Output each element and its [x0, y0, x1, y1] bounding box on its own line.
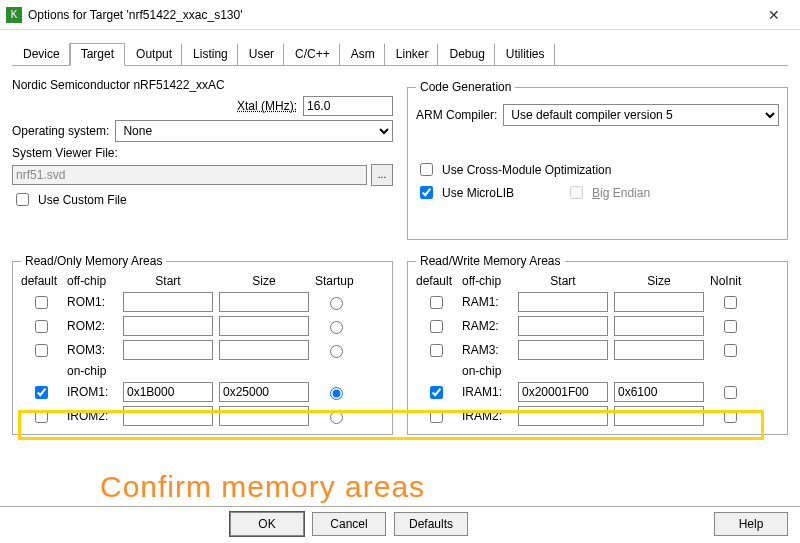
xtal-input[interactable] — [303, 96, 393, 116]
ram2-def[interactable] — [430, 320, 443, 333]
ram-hdr-noinit: NoInit — [710, 274, 750, 288]
help-button[interactable]: Help — [714, 512, 788, 536]
ram2-noinit[interactable] — [724, 320, 737, 333]
ram3-noinit[interactable] — [724, 344, 737, 357]
big-endian-label: BBig Endianig Endian — [592, 186, 650, 200]
microlib-label: Use MicroLIB — [442, 186, 514, 200]
irom2-startup[interactable] — [330, 411, 343, 424]
irom1-size[interactable] — [219, 382, 309, 402]
rom-legend: Read/Only Memory Areas — [21, 254, 166, 268]
button-bar: OK Cancel Defaults Help — [0, 506, 800, 540]
iram2-noinit[interactable] — [724, 410, 737, 423]
irom2-start[interactable] — [123, 406, 213, 426]
tab-cpp[interactable]: C/C++ — [284, 43, 340, 66]
iram2-size[interactable] — [614, 406, 704, 426]
annotation-text: Confirm memory areas — [100, 470, 425, 504]
close-icon[interactable]: ✕ — [754, 1, 794, 29]
os-combo[interactable]: None — [115, 120, 393, 142]
rom1-def[interactable] — [35, 296, 48, 309]
cross-module-check[interactable] — [420, 163, 433, 176]
ram3-size[interactable] — [614, 340, 704, 360]
arm-compiler-label: ARM Compiler: — [416, 108, 497, 122]
cancel-button[interactable]: Cancel — [312, 512, 386, 536]
iram1-def[interactable] — [430, 386, 443, 399]
rom3-startup[interactable] — [330, 345, 343, 358]
tab-bar: Device Target Output Listing User C/C++ … — [12, 42, 788, 66]
iram1-name: IRAM1: — [462, 385, 512, 399]
rom1-name: ROM1: — [67, 295, 117, 309]
irom2-name: IROM2: — [67, 409, 117, 423]
ram-hdr-offchip: off-chip — [462, 274, 512, 288]
rom3-start[interactable] — [123, 340, 213, 360]
rom-hdr-offchip: off-chip — [67, 274, 117, 288]
iram2-name: IRAM2: — [462, 409, 512, 423]
irom2-size[interactable] — [219, 406, 309, 426]
titlebar: K Options for Target 'nrf51422_xxac_s130… — [0, 0, 800, 30]
ram1-size[interactable] — [614, 292, 704, 312]
svf-input — [12, 165, 367, 185]
rom2-startup[interactable] — [330, 321, 343, 334]
rom1-size[interactable] — [219, 292, 309, 312]
tab-output[interactable]: Output — [125, 43, 182, 66]
ram1-noinit[interactable] — [724, 296, 737, 309]
big-endian-check — [570, 186, 583, 199]
code-gen-legend: Code Generation — [416, 80, 515, 94]
xtal-label: Xtal (MHz): — [237, 99, 297, 113]
iram1-start[interactable] — [518, 382, 608, 402]
microlib-check[interactable] — [420, 186, 433, 199]
ram1-name: RAM1: — [462, 295, 512, 309]
tab-linker[interactable]: Linker — [385, 43, 439, 66]
rom-hdr-start: Start — [123, 274, 213, 288]
rom1-startup[interactable] — [330, 297, 343, 310]
rom-group: Read/Only Memory Areas default off-chip … — [12, 254, 393, 435]
irom2-def[interactable] — [35, 410, 48, 423]
ram1-start[interactable] — [518, 292, 608, 312]
app-icon: K — [6, 7, 22, 23]
ram3-start[interactable] — [518, 340, 608, 360]
rom3-def[interactable] — [35, 344, 48, 357]
rom-hdr-default: default — [21, 274, 61, 288]
irom1-name: IROM1: — [67, 385, 117, 399]
arm-compiler-combo[interactable]: Use default compiler version 5 — [503, 104, 779, 126]
tab-user[interactable]: User — [238, 43, 284, 66]
ok-button[interactable]: OK — [230, 512, 304, 536]
ram1-def[interactable] — [430, 296, 443, 309]
tab-asm[interactable]: Asm — [340, 43, 385, 66]
svf-browse-button[interactable]: ... — [371, 164, 393, 186]
tab-listing[interactable]: Listing — [182, 43, 238, 66]
rom3-name: ROM3: — [67, 343, 117, 357]
tab-utilities[interactable]: Utilities — [495, 43, 555, 66]
ram2-size[interactable] — [614, 316, 704, 336]
iram2-def[interactable] — [430, 410, 443, 423]
tab-device[interactable]: Device — [12, 43, 70, 66]
iram1-size[interactable] — [614, 382, 704, 402]
rom2-name: ROM2: — [67, 319, 117, 333]
tab-debug[interactable]: Debug — [438, 43, 494, 66]
defaults-button[interactable]: Defaults — [394, 512, 468, 536]
tab-target[interactable]: Target — [70, 43, 125, 66]
use-custom-file-check[interactable] — [16, 193, 29, 206]
window-title: Options for Target 'nrf51422_xxac_s130' — [28, 8, 754, 22]
ram2-start[interactable] — [518, 316, 608, 336]
ram-hdr-default: default — [416, 274, 456, 288]
ram3-def[interactable] — [430, 344, 443, 357]
rom2-start[interactable] — [123, 316, 213, 336]
rom1-start[interactable] — [123, 292, 213, 312]
irom1-startup[interactable] — [330, 387, 343, 400]
rom2-def[interactable] — [35, 320, 48, 333]
rom3-size[interactable] — [219, 340, 309, 360]
rom2-size[interactable] — [219, 316, 309, 336]
ram-group: Read/Write Memory Areas default off-chip… — [407, 254, 788, 435]
irom1-start[interactable] — [123, 382, 213, 402]
iram2-start[interactable] — [518, 406, 608, 426]
device-name: Nordic Semiconductor nRF51422_xxAC — [12, 78, 225, 92]
use-custom-file-label: Use Custom File — [38, 193, 127, 207]
os-label: Operating system: — [12, 124, 109, 138]
rom-hdr-size: Size — [219, 274, 309, 288]
irom1-def[interactable] — [35, 386, 48, 399]
code-gen-group: Code Generation ARM Compiler: Use defaul… — [407, 80, 788, 240]
ram-hdr-start: Start — [518, 274, 608, 288]
ram2-name: RAM2: — [462, 319, 512, 333]
svf-label: System Viewer File: — [12, 146, 118, 160]
iram1-noinit[interactable] — [724, 386, 737, 399]
